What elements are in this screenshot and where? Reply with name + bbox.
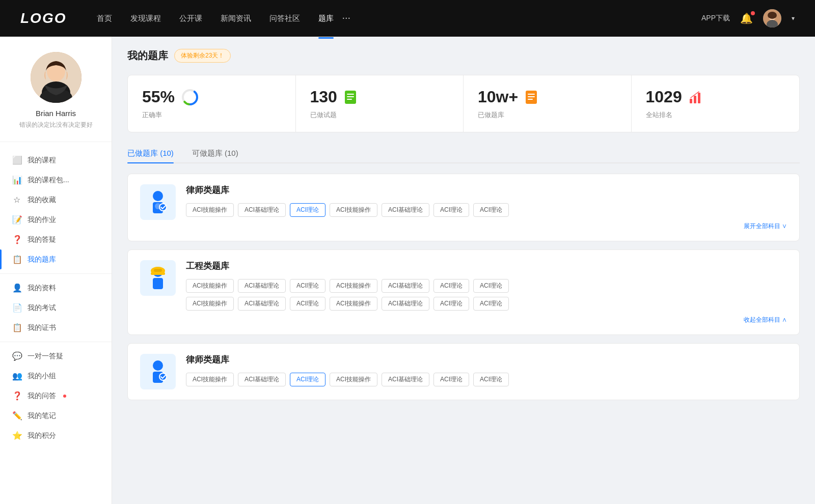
tag-1-6[interactable]: ACI理论 [433, 203, 469, 217]
nav-qa[interactable]: 问答社区 [269, 12, 300, 25]
tag-2-r2-6[interactable]: ACI理论 [433, 297, 469, 311]
qbank-tags-3: ACI技能操作 ACI基础理论 ACI理论 ACI技能操作 ACI基础理论 AC… [186, 373, 787, 386]
tag-2-6[interactable]: ACI理论 [433, 279, 469, 293]
sidebar-item-my-course[interactable]: ⬜ 我的课程 [0, 150, 112, 170]
notification-bell[interactable]: 🔔 [740, 12, 753, 24]
main-content: 我的题库 体验剩余23天！ 55% 正确率 130 [112, 37, 815, 504]
tag-1-4[interactable]: ACI技能操作 [330, 203, 377, 217]
svg-rect-18 [528, 99, 533, 100]
doc-orange-icon [524, 90, 539, 105]
stat-value-banks: 10w+ [478, 88, 617, 106]
tag-1-5[interactable]: ACI基础理论 [382, 203, 429, 217]
sidebar-user-bio: 错误的决定比没有决定要好 [10, 121, 101, 129]
qbank-expand-2[interactable]: 收起全部科目 ∧ [186, 316, 787, 324]
logo[interactable]: LOGO [20, 10, 66, 26]
qbank-body-3: 律师类题库 ACI技能操作 ACI基础理论 ACI理论 ACI技能操作 ACI基… [186, 354, 787, 386]
stat-label-done: 已做试题 [310, 110, 449, 120]
sidebar-item-favorites[interactable]: ☆ 我的收藏 [0, 190, 112, 210]
tabs-row: 已做题库 (10) 可做题库 (10) [127, 145, 800, 163]
sidebar-item-course-package[interactable]: 📊 我的课程包... [0, 170, 112, 190]
star-icon: ☆ [12, 195, 21, 205]
app-download-button[interactable]: APP下载 [701, 14, 730, 23]
nav-open-course[interactable]: 公开课 [179, 12, 202, 25]
qa-badge-dot [63, 395, 66, 398]
tag-1-3[interactable]: ACI理论 [290, 203, 325, 217]
sidebar-item-exam[interactable]: 📄 我的考试 [0, 298, 112, 318]
tag-3-2[interactable]: ACI基础理论 [238, 373, 286, 386]
tag-2-4[interactable]: ACI技能操作 [330, 279, 377, 293]
tag-2-1[interactable]: ACI技能操作 [186, 279, 234, 293]
svg-rect-21 [698, 93, 700, 103]
tag-2-r2-4[interactable]: ACI技能操作 [330, 297, 377, 311]
qbank-tags-2-row1: ACI技能操作 ACI基础理论 ACI理论 ACI技能操作 ACI基础理论 AC… [186, 279, 787, 293]
svg-point-3 [768, 12, 777, 19]
sidebar-item-label: 一对一答疑 [28, 352, 63, 361]
nav-home[interactable]: 首页 [97, 12, 112, 25]
svg-point-22 [153, 191, 163, 201]
tag-3-4[interactable]: ACI技能操作 [330, 373, 377, 386]
sidebar: Brian Harris 错误的决定比没有决定要好 ⬜ 我的课程 📊 我的课程包… [0, 37, 112, 504]
tab-available[interactable]: 可做题库 (10) [192, 145, 238, 162]
question-icon: ❓ [12, 235, 21, 244]
trial-badge: 体验剩余23天！ [174, 49, 231, 63]
stat-correct-rate: 55% 正确率 [128, 75, 296, 132]
tag-3-3[interactable]: ACI理论 [290, 373, 325, 386]
tag-2-5[interactable]: ACI基础理论 [382, 279, 429, 293]
sidebar-item-homework[interactable]: 📝 我的作业 [0, 210, 112, 230]
notes-icon: ✏️ [12, 411, 21, 421]
tag-1-7[interactable]: ACI理论 [473, 203, 509, 217]
sidebar-item-cert[interactable]: 📋 我的证书 [0, 318, 112, 338]
tag-3-7[interactable]: ACI理论 [473, 373, 509, 386]
svg-rect-31 [154, 269, 162, 272]
tag-2-2[interactable]: ACI基础理论 [238, 279, 286, 293]
qbank-expand-1[interactable]: 展开全部科目 ∨ [186, 222, 787, 231]
nav-more[interactable]: ··· [342, 12, 350, 25]
nav-news[interactable]: 新闻资讯 [221, 12, 251, 25]
cert-icon: 📋 [12, 323, 21, 332]
tag-2-r2-7[interactable]: ACI理论 [473, 297, 509, 311]
tag-2-3[interactable]: ACI理论 [290, 279, 325, 293]
stat-label-correct: 正确率 [142, 110, 281, 120]
lawyer-icon-1 [145, 189, 171, 215]
sidebar-item-group[interactable]: 👥 我的小组 [0, 366, 112, 386]
tab-done[interactable]: 已做题库 (10) [127, 145, 174, 162]
sidebar-item-1on1[interactable]: 💬 一对一答疑 [0, 346, 112, 366]
tag-3-1[interactable]: ACI技能操作 [186, 373, 234, 386]
sidebar-avatar[interactable] [31, 52, 82, 103]
svg-rect-28 [153, 278, 163, 289]
tag-2-r2-3[interactable]: ACI理论 [290, 297, 325, 311]
nav-discover[interactable]: 发现课程 [130, 12, 161, 25]
sidebar-item-notes[interactable]: ✏️ 我的笔记 [0, 406, 112, 426]
nav-bank[interactable]: 题库 [318, 12, 334, 25]
tag-2-r2-1[interactable]: ACI技能操作 [186, 297, 234, 311]
sidebar-item-points[interactable]: ⭐ 我的积分 [0, 426, 112, 445]
avatar[interactable] [763, 9, 781, 27]
tag-2-r2-5[interactable]: ACI基础理论 [382, 297, 429, 311]
qbank-header-3: 律师类题库 ACI技能操作 ACI基础理论 ACI理论 ACI技能操作 ACI基… [140, 354, 787, 389]
sidebar-item-label: 我的课程包... [28, 176, 69, 185]
page-wrapper: Brian Harris 错误的决定比没有决定要好 ⬜ 我的课程 📊 我的课程包… [0, 37, 815, 504]
navbar-right: APP下载 🔔 ▾ [701, 9, 795, 27]
homework-icon: 📝 [12, 215, 21, 225]
tag-3-6[interactable]: ACI理论 [433, 373, 469, 386]
qbank-title-1: 律师类题库 [186, 184, 787, 196]
tag-2-7[interactable]: ACI理论 [473, 279, 509, 293]
stat-value-correct: 55% [142, 88, 281, 106]
tag-2-r2-2[interactable]: ACI基础理论 [238, 297, 286, 311]
sidebar-item-profile[interactable]: 👤 我的资料 [0, 278, 112, 298]
svg-rect-20 [694, 96, 696, 103]
avatar-dropdown-arrow[interactable]: ▾ [792, 15, 795, 22]
qbank-title-3: 律师类题库 [186, 354, 787, 366]
svg-rect-19 [690, 99, 692, 103]
tag-1-2[interactable]: ACI基础理论 [238, 203, 286, 217]
sidebar-profile: Brian Harris 错误的决定比没有决定要好 [0, 52, 112, 142]
sidebar-item-label: 我的课程 [28, 156, 56, 165]
engineer-icon [145, 265, 171, 291]
qbank-body-2: 工程类题库 ACI技能操作 ACI基础理论 ACI理论 ACI技能操作 ACI基… [186, 260, 787, 324]
svg-point-32 [153, 360, 163, 371]
sidebar-item-my-qa[interactable]: ❓ 我的问答 [0, 386, 112, 406]
tag-3-5[interactable]: ACI基础理论 [382, 373, 429, 386]
sidebar-item-question-bank[interactable]: 📋 我的题库 [0, 249, 112, 269]
tag-1-1[interactable]: ACI技能操作 [186, 203, 234, 217]
sidebar-item-answers[interactable]: ❓ 我的答疑 [0, 230, 112, 249]
